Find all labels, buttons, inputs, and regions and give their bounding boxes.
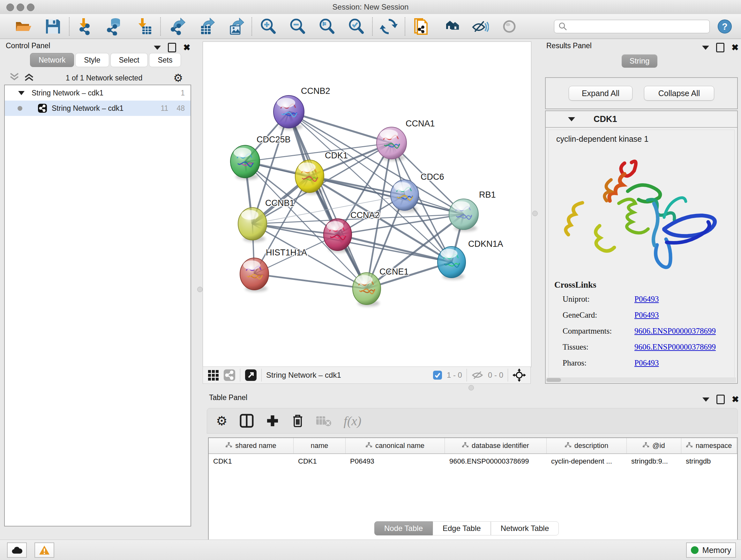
crosslink-label: Pharos: [562,359,634,368]
panel-float-icon[interactable] [168,43,176,52]
import-network-icon[interactable] [77,17,94,36]
zoom-fit-icon[interactable] [318,17,336,36]
left-splitter-handle[interactable] [197,287,203,292]
tab-string[interactable]: String [622,54,657,68]
panel-menu-icon[interactable] [154,46,161,50]
collection-row[interactable]: String Network – cdk1 1 [5,85,191,101]
warning-button[interactable] [35,543,54,558]
tab-network[interactable]: Network [30,53,74,67]
crosslink-row: GeneCard: P06493 [562,311,729,320]
collapse-section-icon[interactable] [568,117,575,121]
export-network-icon[interactable] [168,17,186,36]
table-cell[interactable]: cyclin-dependent ... [547,454,627,469]
search-box[interactable] [554,20,710,33]
node-CCNA1[interactable]: CCNA1 [377,119,435,161]
export-image-icon[interactable] [226,17,245,36]
zoom-in-icon[interactable] [259,17,277,36]
open-session-icon[interactable] [15,17,32,36]
table-row[interactable]: CDK1CDK1P064939606.ENSP00000378699cyclin… [209,454,737,469]
string-home-icon[interactable] [442,17,460,36]
open-in-new-window-icon[interactable] [245,369,257,381]
node-CCNE1[interactable]: CCNE1 [353,267,409,307]
panel-menu-icon[interactable] [702,397,710,401]
expand-all-chevron-icon[interactable] [23,72,35,84]
table-settings-gear-icon[interactable]: ⚙ [216,415,227,427]
import-database-icon[interactable] [106,17,124,36]
selected-checkbox-icon[interactable] [433,370,442,380]
collection-expand-icon[interactable] [18,91,24,95]
results-hscroll-thumb[interactable] [546,378,561,382]
panel-close-icon[interactable]: ✖ [731,44,739,51]
column-header-description[interactable]: description [547,438,627,453]
results-hscrollbar[interactable] [546,377,736,382]
shared-column-icon [462,442,468,450]
panel-close-icon[interactable]: ✖ [732,395,739,403]
birdseye-grid-icon[interactable] [207,369,219,381]
add-column-plus-icon[interactable] [266,414,279,428]
node-section-header[interactable]: CDK1 [546,111,737,128]
network-canvas[interactable]: CCNB2 CCNA1 CDC25B CDK1 CDC6 RB1 CCNB1 C… [203,42,531,367]
delete-column-trash-icon[interactable] [291,414,304,428]
crosslink-value-link[interactable]: 9606.ENSP00000378699 [634,343,716,352]
table-cell[interactable]: CDK1 [209,454,293,469]
tab-select[interactable]: Select [111,53,148,67]
panel-float-icon[interactable] [716,43,724,52]
save-session-icon[interactable] [44,17,62,36]
control-panel-controls: ✖ [154,43,191,52]
expand-all-button[interactable]: Expand All [569,86,632,101]
memory-button[interactable]: Memory [686,543,736,558]
node-CDKN1A[interactable]: CDKN1A [437,239,503,280]
column-header-namespace[interactable]: namespace [681,438,737,453]
zoom-selected-icon[interactable] [347,17,365,36]
control-panel-tabs: NetworkStyleSelectSets [30,53,181,67]
refresh-icon[interactable] [380,17,398,36]
zoom-out-icon[interactable] [288,17,307,36]
column-header-@id[interactable]: @id [627,438,681,453]
cloud-button[interactable] [7,543,27,558]
table-cell[interactable]: P06493 [346,454,445,469]
crosslink-value-link[interactable]: P06493 [634,295,659,304]
search-input[interactable] [568,20,710,33]
crosslink-value-link[interactable]: 9606.ENSP00000378699 [634,327,716,335]
crosslink-value-link[interactable]: P06493 [634,359,659,368]
network-row-selected[interactable]: String Network – cdk1 11 48 [5,101,191,116]
results-panel: Results Panel ✖ String Expand All Collap… [542,42,741,389]
help-icon[interactable]: ? [718,19,732,34]
tab-sets[interactable]: Sets [149,53,181,67]
table-cell[interactable]: stringdb:9... [627,454,681,469]
collapse-all-chevron-icon[interactable] [9,72,20,84]
column-header-canonical-name[interactable]: canonical name [346,438,445,453]
node-CCNB1[interactable]: CCNB1 [238,198,294,242]
tab-network-table[interactable]: Network Table [491,521,559,536]
panel-close-icon[interactable]: ✖ [183,44,191,51]
import-table-icon[interactable] [135,17,153,36]
column-header-name[interactable]: name [293,438,346,453]
table-cell[interactable]: stringdb [681,454,737,469]
export-table-icon[interactable] [197,17,215,36]
crosslink-value-link[interactable]: P06493 [634,311,659,320]
edge-CCNB2-CCNE1[interactable] [289,112,367,289]
collapse-all-button[interactable]: Collapse All [644,86,714,101]
edge-HIST1H1A-CCNE1[interactable] [254,274,367,289]
pan-crosshair-icon[interactable] [513,368,526,382]
node-HIST1H1A[interactable]: HIST1H1A [240,248,307,292]
edge-CCNB2-CCNA1[interactable] [289,112,392,143]
table-cell[interactable]: CDK1 [293,454,346,469]
panel-float-icon[interactable] [717,395,725,404]
tab-edge-table[interactable]: Edge Table [433,521,491,536]
node-CDC6[interactable]: CDC6 [391,172,444,212]
horizontal-splitter-handle[interactable] [468,385,474,390]
tab-node-table[interactable]: Node Table [374,521,433,536]
share-document-icon[interactable] [412,17,430,36]
gear-icon[interactable]: ⚙ [173,72,185,83]
enhanced-graphics-icon[interactable] [471,17,489,36]
show-columns-icon[interactable] [240,414,254,428]
network-share-icon[interactable] [223,369,235,381]
column-header-database-identifier[interactable]: database identifier [445,438,547,453]
column-header-shared-name[interactable]: shared name [209,438,293,453]
node-RB1[interactable]: RB1 [449,190,496,232]
table-cell[interactable]: 9606.ENSP00000378699 [445,454,547,469]
right-splitter-handle[interactable] [532,211,538,216]
panel-menu-icon[interactable] [702,46,709,50]
tab-style[interactable]: Style [75,53,109,67]
